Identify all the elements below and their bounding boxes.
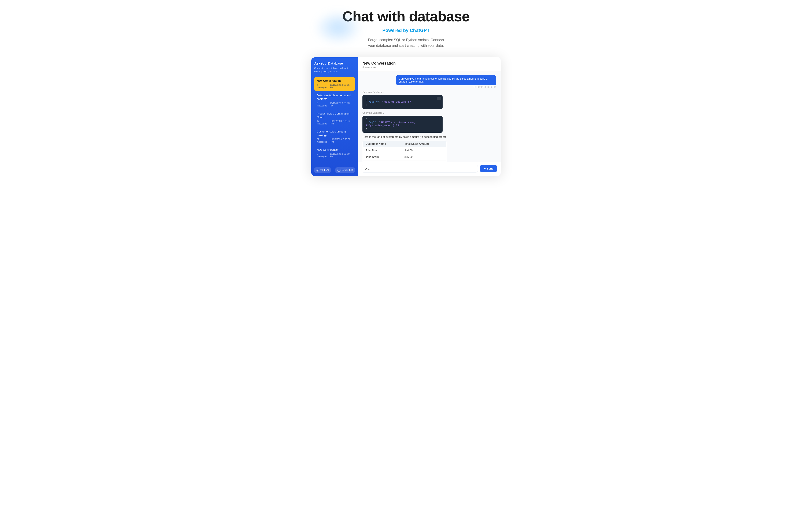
table-header-row: Customer Name Total Sales Amount bbox=[362, 141, 446, 147]
chat-title: New Conversation bbox=[362, 61, 496, 65]
chat-messages: Can you give me a rank of customers rank… bbox=[358, 72, 501, 162]
row1-amount: 340.00 bbox=[402, 147, 446, 154]
send-label: Send bbox=[487, 167, 494, 170]
row3-amount: 280.00 bbox=[402, 160, 446, 162]
new-chat-button[interactable]: New Chat bbox=[336, 167, 355, 173]
chat-input-area: ➤ Send bbox=[358, 162, 501, 176]
table-header: Customer Name Total Sales Amount bbox=[362, 141, 446, 147]
col-total-sales: Total Sales Amount bbox=[402, 141, 446, 147]
ai-response: Here is the rank of customers by sales a… bbox=[362, 135, 446, 162]
conv-title-3: Product Sales Contribution Chart bbox=[317, 112, 352, 119]
query-2-wrapper: Querying Database... { "sql": "SELECT c.… bbox=[362, 112, 496, 133]
gear-icon bbox=[316, 169, 319, 172]
chat-input[interactable] bbox=[361, 165, 478, 172]
query-2-label: Querying Database... bbox=[362, 112, 496, 114]
new-chat-label: New Chat bbox=[342, 169, 353, 172]
row2-amount: 305.00 bbox=[402, 154, 446, 160]
conversation-list: New Conversation 4 messages 11/19/2023, … bbox=[314, 77, 355, 163]
conv-meta-3: 17 messages 11/19/2023, 5:28:24 PM bbox=[317, 120, 352, 125]
chat-main: New Conversation 4 messages Can you give… bbox=[358, 57, 501, 176]
query-1-line-2: "query": "rank of customers" bbox=[366, 101, 440, 104]
col-customer-name: Customer Name bbox=[362, 141, 402, 147]
query-2-block: { "sql": "SELECT c.customer_name, SUM(s.… bbox=[362, 116, 442, 133]
sidebar-footer: v1.1.29 New Chat bbox=[314, 165, 355, 173]
query-1-label: Querying Database... bbox=[362, 91, 496, 93]
plus-circle-icon bbox=[338, 169, 341, 172]
hero-description: Forget complex SQL or Python scripts. Co… bbox=[366, 37, 446, 49]
app-window: AskYourDatabase Connect your database an… bbox=[311, 57, 501, 176]
row1-name: John Doe bbox=[362, 147, 402, 154]
conv-messages-4: 37 messages bbox=[317, 138, 329, 143]
conv-messages-3: 17 messages bbox=[317, 120, 329, 125]
conv-timestamp-4: 11/19/2023, 5:23:02 PM bbox=[330, 138, 352, 143]
conversation-item-5[interactable]: New Conversation 0 messages 11/19/2023, … bbox=[314, 146, 355, 160]
conv-title-1: New Conversation bbox=[317, 79, 352, 83]
conversation-item-2[interactable]: Database table schema and contents 3 mes… bbox=[314, 92, 355, 109]
conv-meta-4: 37 messages 11/19/2023, 5:23:02 PM bbox=[317, 138, 352, 143]
conversation-item-3[interactable]: Product Sales Contribution Chart 17 mess… bbox=[314, 110, 355, 127]
table-row: Bob Johnson 280.00 bbox=[362, 160, 446, 162]
query-1-line-1: { bbox=[366, 98, 440, 101]
conv-title-4: Customer sales amount rankings bbox=[317, 130, 352, 137]
chat-header: New Conversation 4 messages bbox=[358, 57, 501, 72]
hero-title: Chat with database bbox=[342, 8, 470, 24]
row3-name: Bob Johnson bbox=[362, 160, 402, 162]
query-1-block: ⌃ { "query": "rank of customers" } bbox=[362, 95, 442, 109]
query-2-line-2: "sql": "SELECT c.customer_name, SUM(s.sa… bbox=[366, 121, 440, 127]
hero-section: Chat with database Powered by ChatGPT Fo… bbox=[342, 8, 470, 49]
app-inner: AskYourDatabase Connect your database an… bbox=[311, 57, 501, 176]
send-button[interactable]: ➤ Send bbox=[480, 165, 497, 172]
conv-timestamp-2: 11/19/2023, 5:51:33 PM bbox=[330, 102, 352, 107]
version-label: v1.1.29 bbox=[320, 169, 328, 172]
conv-title-2: Database table schema and contents bbox=[317, 94, 352, 101]
conv-timestamp-1: 11/19/2023, 6:03:05 PM bbox=[330, 84, 352, 89]
version-button[interactable]: v1.1.29 bbox=[314, 167, 331, 173]
query-1-wrapper: Querying Database... ⌃ { "query": "rank … bbox=[362, 91, 496, 109]
conv-timestamp-3: 11/19/2023, 5:28:24 PM bbox=[330, 120, 352, 125]
powered-by: Powered by ChatGPT bbox=[342, 28, 470, 33]
chatgpt-brand: ChatGPT bbox=[410, 28, 430, 33]
copy-button-1[interactable]: ⌃ bbox=[437, 97, 441, 100]
query-2-line-1: { bbox=[366, 118, 440, 121]
table-row: John Doe 340.00 bbox=[362, 147, 446, 154]
conversation-item-1[interactable]: New Conversation 4 messages 11/19/2023, … bbox=[314, 77, 355, 91]
user-message-timestamp: 11/19/2023, 6:02:02 PM bbox=[362, 86, 496, 88]
table-row: Jane Smith 305.00 bbox=[362, 154, 446, 160]
conv-meta-2: 3 messages 11/19/2023, 5:51:33 PM bbox=[317, 102, 352, 107]
conv-meta-1: 4 messages 11/19/2023, 6:03:05 PM bbox=[317, 84, 352, 89]
conversation-item-4[interactable]: Customer sales amount rankings 37 messag… bbox=[314, 128, 355, 145]
user-message-wrapper: Can you give me a rank of customers rank… bbox=[362, 75, 496, 88]
powered-by-prefix: Powered by bbox=[382, 28, 410, 33]
row2-name: Jane Smith bbox=[362, 154, 402, 160]
conv-messages-2: 3 messages bbox=[317, 102, 328, 107]
sidebar-tagline: Connect your database and start chatting… bbox=[314, 67, 355, 73]
conv-timestamp-5: 11/19/2023, 5:02:50 PM bbox=[330, 153, 352, 158]
conv-messages-1: 4 messages bbox=[317, 84, 328, 89]
user-message: Can you give me a rank of customers rank… bbox=[396, 75, 496, 85]
send-icon: ➤ bbox=[484, 167, 486, 170]
conv-meta-5: 0 messages 11/19/2023, 5:02:50 PM bbox=[317, 153, 352, 158]
query-2-line-3: } bbox=[366, 127, 440, 130]
table-body: John Doe 340.00 Jane Smith 305.00 Bob Jo… bbox=[362, 147, 446, 162]
results-table: Customer Name Total Sales Amount John Do… bbox=[362, 140, 446, 162]
chat-message-count: 4 messages bbox=[362, 66, 496, 69]
ai-intro-text: Here is the rank of customers by sales a… bbox=[362, 135, 446, 138]
conv-title-5: New Conversation bbox=[317, 148, 352, 152]
sidebar-brand: AskYourDatabase bbox=[314, 62, 355, 65]
sidebar: AskYourDatabase Connect your database an… bbox=[311, 57, 358, 176]
query-1-line-3: } bbox=[366, 104, 440, 106]
conv-messages-5: 0 messages bbox=[317, 153, 328, 158]
